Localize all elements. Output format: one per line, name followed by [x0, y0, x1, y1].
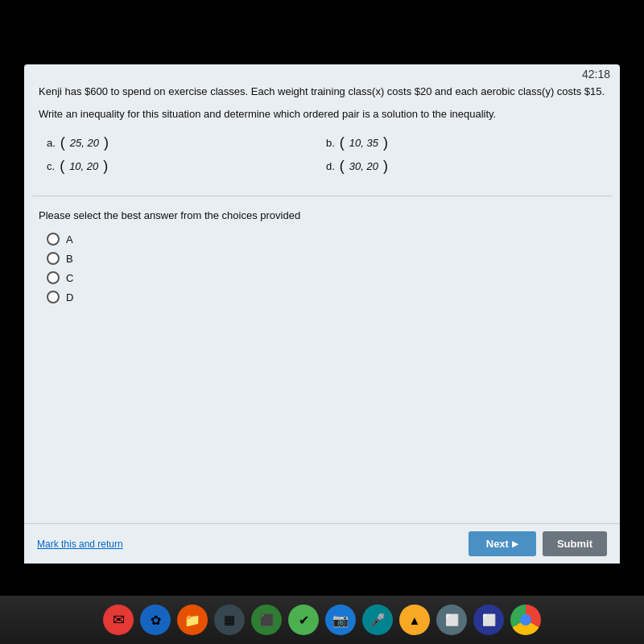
select-prompt: Please select the best answer from the c…: [24, 209, 620, 221]
choice-d: d. ( 30, 20 ): [326, 158, 597, 175]
choice-d-label: d.: [326, 160, 335, 172]
taskbar-gmail-icon[interactable]: ✉: [103, 605, 134, 635]
choice-c-open-paren: (: [60, 158, 64, 175]
button-group: Next Submit: [469, 531, 607, 556]
radio-circle-c[interactable]: [47, 271, 60, 284]
choice-a: a. ( 25, 20 ): [47, 134, 318, 151]
radio-group: A B C D: [24, 233, 620, 303]
radio-option-a[interactable]: A: [47, 233, 597, 246]
choice-c-close-paren: ): [103, 158, 108, 175]
radio-circle-d[interactable]: [47, 291, 60, 303]
choice-c: c. ( 10, 20 ): [47, 158, 318, 175]
choice-a-close-paren: ): [104, 134, 109, 151]
main-screen: 42:18 Kenji has $600 to spend on exercis…: [24, 64, 620, 564]
choice-b-value: 10, 35: [349, 137, 378, 149]
taskbar-drive-icon[interactable]: ▲: [399, 605, 430, 635]
taskbar-play-icon[interactable]: ⬜: [436, 605, 467, 635]
submit-button[interactable]: Submit: [543, 531, 607, 556]
timer-display: 42:18: [582, 68, 610, 80]
next-button[interactable]: Next: [469, 531, 536, 556]
choice-d-close-paren: ): [383, 158, 388, 175]
taskbar-check-icon[interactable]: ✔: [288, 605, 319, 635]
question-text-line1: Kenji has $600 to spend on exercise clas…: [39, 84, 605, 100]
divider: [32, 196, 612, 196]
taskbar-grid-icon[interactable]: ▦: [214, 605, 245, 635]
choice-a-label: a.: [47, 137, 56, 149]
choice-c-value: 10, 20: [69, 160, 98, 172]
choice-b: b. ( 10, 35 ): [326, 134, 597, 151]
radio-label-c: C: [66, 272, 73, 284]
choice-c-label: c.: [47, 160, 55, 172]
radio-circle-a[interactable]: [47, 233, 60, 246]
radio-label-a: A: [66, 233, 73, 246]
radio-label-b: B: [66, 253, 73, 265]
taskbar-chrome-icon[interactable]: [510, 605, 541, 635]
taskbar-camera-icon[interactable]: 📷: [325, 605, 356, 635]
radio-option-d[interactable]: D: [47, 291, 597, 303]
question-text-line2: Write an inequality for this situation a…: [39, 106, 605, 122]
taskbar-docs-icon[interactable]: ⬜: [473, 605, 504, 635]
radio-circle-b[interactable]: [47, 252, 60, 265]
choice-a-value: 25, 20: [70, 137, 99, 149]
choices-grid: a. ( 25, 20 ) b. ( 10, 35 ) c. ( 10, 20 …: [39, 134, 605, 175]
choice-b-label: b.: [326, 137, 335, 149]
taskbar-files-icon[interactable]: 📁: [177, 605, 208, 635]
taskbar-mic-icon[interactable]: 🎤: [362, 605, 393, 635]
taskbar: ✉ ✿ 📁 ▦ ⬛ ✔ 📷 🎤 ▲ ⬜ ⬜: [0, 596, 644, 644]
choice-b-close-paren: ): [383, 134, 388, 151]
radio-label-d: D: [66, 291, 73, 303]
choice-b-open-paren: (: [340, 134, 345, 151]
choice-d-open-paren: (: [340, 158, 345, 175]
choice-a-open-paren: (: [60, 134, 65, 151]
choice-d-value: 30, 20: [349, 160, 378, 172]
taskbar-settings-icon[interactable]: ✿: [140, 605, 171, 635]
mark-return-link[interactable]: Mark this and return: [37, 539, 123, 550]
bottom-bar: Mark this and return Next Submit: [24, 523, 620, 564]
radio-option-b[interactable]: B: [47, 252, 597, 265]
radio-option-c[interactable]: C: [47, 271, 597, 284]
question-area: Kenji has $600 to spend on exercise clas…: [24, 64, 620, 183]
taskbar-display-icon[interactable]: ⬛: [251, 605, 282, 635]
